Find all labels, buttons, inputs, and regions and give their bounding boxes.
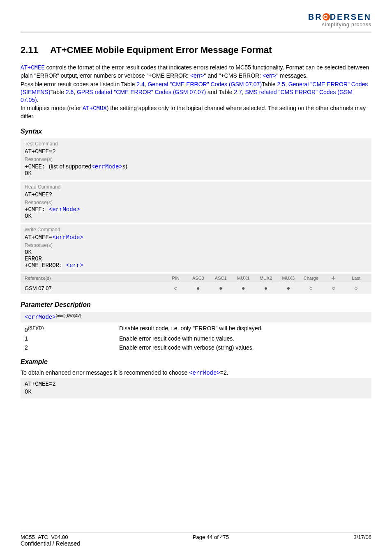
err-link[interactable]: <err> xyxy=(190,72,204,79)
read-command-block: Read Command AT+CMEE? Response(s) +CMEE:… xyxy=(21,182,371,223)
block-label: Write Command xyxy=(25,227,367,233)
page-footer: MC55_ATC_V04.00 Page 44 of 475 3/17/06 C… xyxy=(21,532,371,547)
references-label: Reference(s) xyxy=(25,276,164,281)
param-key: 1 xyxy=(25,335,119,342)
responses-label: Response(s) xyxy=(25,157,367,162)
example-heading: Example xyxy=(21,358,371,366)
param-tag: <errMode>(num)(&W)(&V) xyxy=(21,312,371,322)
section-title-text: AT+CMEE Mobile Equipment Error Message F… xyxy=(50,45,272,55)
errmode-link[interactable]: <errMode> xyxy=(49,206,80,213)
errmode-link[interactable]: <errMode> xyxy=(189,370,220,376)
err-link[interactable]: <err> xyxy=(263,72,276,79)
logo-block: BRODERSEN simplifying process xyxy=(308,12,371,28)
intro-paragraph-2: Possible error result codes are listed i… xyxy=(21,81,371,104)
write-command: AT+CMEE=<errMode> xyxy=(25,234,367,241)
example-text: To obtain enhanced error messages it is … xyxy=(21,369,371,377)
col-header: ASC0 xyxy=(187,276,210,281)
footer-left-2: Confidential / Released xyxy=(21,540,371,547)
code-line: AT+CMEE=2 xyxy=(25,380,367,388)
param-row: 1 Enable error result code with numeric … xyxy=(25,335,367,342)
cmux-link[interactable]: AT+CMUX xyxy=(83,105,107,112)
intro-paragraph-3: In multiplex mode (refer AT+CMUX) the se… xyxy=(21,104,371,120)
support-dot: ● xyxy=(255,285,277,291)
param-row: 2 Enable error result code with verbose … xyxy=(25,344,367,351)
reference-value: GSM 07.07 xyxy=(25,285,164,291)
footer-divider xyxy=(21,532,371,532)
write-command-block: Write Command AT+CMEE=<errMode> Response… xyxy=(21,224,371,272)
col-header: PIN xyxy=(164,276,187,281)
brand-logo: BRODERSEN xyxy=(308,12,371,22)
table-ref-link[interactable]: 2.7 xyxy=(234,89,242,95)
intro-paragraph-1: AT+CMEE controls the format of the error… xyxy=(21,64,371,80)
airplane-icon xyxy=(331,276,336,281)
param-key: 0(&F)(D) xyxy=(25,325,119,333)
logo-o-icon: O xyxy=(323,13,330,21)
param-table: <errMode>(num)(&W)(&V) 0(&F)(D) Disable … xyxy=(21,312,371,351)
col-header: MUX2 xyxy=(255,276,277,281)
test-command: AT+CMEE=? xyxy=(25,148,367,155)
support-dot: ○ xyxy=(322,285,345,291)
reference-value-row: GSM 07.07 ○ ● ● ● ● ● ○ ○ ○ xyxy=(21,282,371,294)
errmode-link[interactable]: <errMode> xyxy=(52,234,83,241)
table-name-link[interactable]: General "CME ERROR" Codes (GSM 07.07) xyxy=(148,81,262,88)
support-dot: ○ xyxy=(300,285,322,291)
table-ref-link[interactable]: 2.4 xyxy=(136,81,144,88)
block-label: Test Command xyxy=(25,141,367,147)
test-command-block: Test Command AT+CMEE=? Response(s) +CMEE… xyxy=(21,138,371,180)
support-dot: ○ xyxy=(345,285,367,291)
responses-label: Response(s) xyxy=(25,200,367,205)
err-link[interactable]: <err> xyxy=(66,262,83,269)
col-header: Last xyxy=(345,276,367,281)
example-code-block: AT+CMEE=2 OK xyxy=(21,378,371,398)
param-value: Enable error result code with verbose (s… xyxy=(119,344,367,351)
param-key: 2 xyxy=(25,344,119,351)
support-dot: ○ xyxy=(164,285,187,291)
table-name-link[interactable]: GPRS related "CME ERROR" Codes (GSM 07.0… xyxy=(77,89,206,95)
block-label: Read Command xyxy=(25,184,367,190)
error-line: ERROR xyxy=(25,256,367,262)
support-dot: ● xyxy=(210,285,232,291)
page-header: BRODERSEN simplifying process xyxy=(21,0,371,30)
footer-center: Page 44 of 475 xyxy=(193,534,229,540)
ok-line: OK xyxy=(25,249,367,256)
reference-header-row: Reference(s) PIN ASC0 ASC1 MUX1 MUX2 MUX… xyxy=(21,274,371,282)
errmode-link[interactable]: <errMode> xyxy=(91,164,122,170)
col-header: ASC1 xyxy=(210,276,232,281)
brand-tagline: simplifying process xyxy=(308,22,371,28)
support-dot: ● xyxy=(232,285,255,291)
col-header-icon xyxy=(322,275,345,281)
section-heading: 2.11AT+CMEE Mobile Equipment Error Messa… xyxy=(21,45,371,55)
support-dot: ● xyxy=(277,285,300,291)
col-header: Charge xyxy=(300,276,322,281)
table-ref-link[interactable]: 2.5 xyxy=(277,81,285,88)
ok-line: OK xyxy=(25,213,367,219)
param-value: Disable result code, i.e. only "ERROR" w… xyxy=(119,325,367,333)
param-row: 0(&F)(D) Disable result code, i.e. only … xyxy=(25,325,367,333)
responses-label: Response(s) xyxy=(25,242,367,248)
syntax-heading: Syntax xyxy=(21,128,371,135)
footer-left: MC55_ATC_V04.00 xyxy=(21,534,68,540)
footer-right: 3/17/06 xyxy=(354,534,371,540)
section-number: 2.11 xyxy=(21,45,50,55)
cme-error-line: +CME ERROR: <err> xyxy=(25,262,367,269)
errmode-link[interactable]: <errMode> xyxy=(25,314,56,321)
param-value: Enable error result code with numeric va… xyxy=(119,335,367,342)
cmd-link[interactable]: AT+CMEE xyxy=(21,64,45,71)
read-command: AT+CMEE? xyxy=(25,191,367,198)
col-header: MUX1 xyxy=(232,276,255,281)
param-rows: 0(&F)(D) Disable result code, i.e. only … xyxy=(21,322,371,351)
code-line: OK xyxy=(25,388,367,396)
ok-line: OK xyxy=(25,170,367,177)
read-response: +CMEE: <errMode> xyxy=(25,206,367,213)
col-header: MUX3 xyxy=(277,276,300,281)
table-ref-link[interactable]: 2.6 xyxy=(66,89,74,95)
param-tag-sup: (num)(&W)(&V) xyxy=(56,313,81,318)
header-divider xyxy=(21,32,371,32)
test-response: +CMEE: (list of supported<errMode>s) xyxy=(25,163,367,170)
support-dot: ● xyxy=(187,285,210,291)
param-heading: Parameter Description xyxy=(21,301,371,309)
